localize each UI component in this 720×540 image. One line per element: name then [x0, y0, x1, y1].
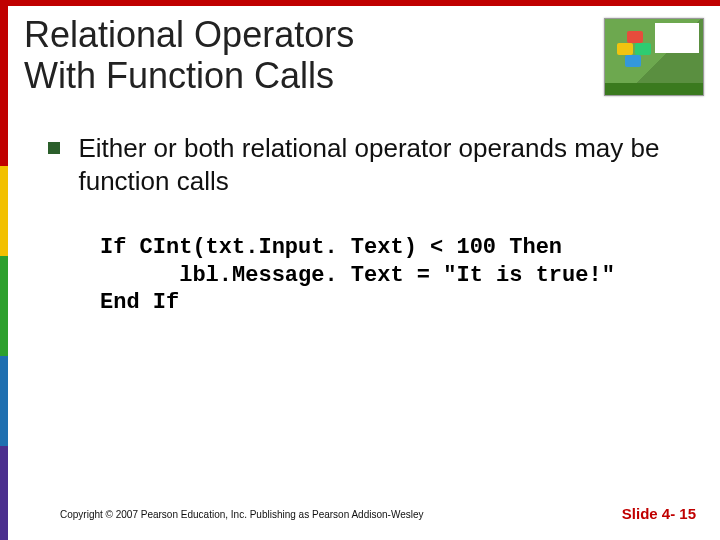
slide-title: Relational Operators With Function Calls: [24, 14, 354, 97]
code-line-2: lbl.Message. Text = "It is true!": [100, 263, 615, 288]
title-line-2: With Function Calls: [24, 55, 334, 96]
code-line-1: If CInt(txt.Input. Text) < 100 Then: [100, 235, 562, 260]
book-cover-image: [604, 18, 704, 96]
bullet-square-icon: [48, 142, 60, 154]
bullet-text: Either or both relational operator opera…: [78, 132, 678, 197]
footer-slide-number: Slide 4- 15: [622, 505, 696, 522]
top-accent-bar: [0, 0, 720, 6]
lego-blocks-icon: [613, 31, 659, 69]
code-sample: If CInt(txt.Input. Text) < 100 Then lbl.…: [100, 234, 615, 317]
side-stripe-green: [0, 256, 8, 356]
side-stripe-blue: [0, 356, 8, 446]
side-stripe-red: [0, 6, 8, 166]
side-stripe-yellow: [0, 166, 8, 256]
code-line-3: End If: [100, 290, 179, 315]
bullet-item: Either or both relational operator opera…: [48, 132, 680, 197]
side-stripe-purple: [0, 446, 8, 540]
title-line-1: Relational Operators: [24, 14, 354, 55]
slide: Relational Operators With Function Calls…: [0, 0, 720, 540]
footer-copyright: Copyright © 2007 Pearson Education, Inc.…: [60, 509, 424, 520]
